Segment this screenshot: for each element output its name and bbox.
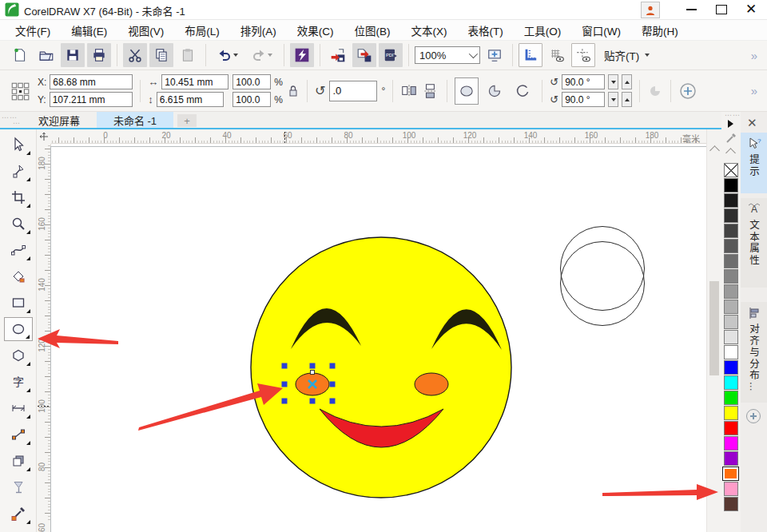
- save-button[interactable]: [61, 43, 85, 67]
- import-button[interactable]: [326, 43, 350, 67]
- x-position-input[interactable]: [50, 74, 133, 89]
- account-button[interactable]: [641, 2, 660, 18]
- color-swatch-10-black[interactable]: [724, 315, 738, 329]
- transparency-tool[interactable]: [4, 475, 33, 499]
- flyout-indicator[interactable]: [26, 151, 30, 155]
- add-docker-button[interactable]: [746, 409, 761, 423]
- zoom-tool[interactable]: [4, 212, 33, 236]
- show-guidelines-button[interactable]: [571, 43, 595, 67]
- flyout-indicator[interactable]: [26, 230, 30, 234]
- document-tab[interactable]: 欢迎屏幕: [22, 112, 96, 128]
- add-preset-icon[interactable]: [678, 81, 697, 101]
- menu-item[interactable]: 窗口(W): [571, 20, 631, 41]
- color-swatch-50-black[interactable]: [724, 254, 738, 268]
- minimize-button[interactable]: [679, 0, 703, 18]
- shape-tool[interactable]: [4, 159, 33, 183]
- drawing-canvas[interactable]: [51, 144, 706, 532]
- mirror-horizontal-icon[interactable]: [400, 82, 418, 100]
- menu-item[interactable]: 排列(A): [230, 20, 287, 41]
- drop-shadow-tool[interactable]: [4, 449, 33, 473]
- menu-item[interactable]: 效果(C): [287, 20, 344, 41]
- color-swatch-white[interactable]: [724, 345, 738, 359]
- application-launcher-button[interactable]: [290, 43, 314, 67]
- ellipse-tool[interactable]: [4, 317, 33, 341]
- toolbar-overflow-button[interactable]: »: [751, 49, 756, 62]
- color-swatch-90-black[interactable]: [724, 193, 738, 208]
- color-swatch-20-black[interactable]: [724, 300, 738, 314]
- color-swatch-60-black[interactable]: [724, 239, 738, 253]
- docker-tab-hint-cursor[interactable]: ?提示: [741, 133, 767, 193]
- copy-button[interactable]: [149, 43, 173, 67]
- menu-item[interactable]: 编辑(E): [61, 20, 117, 41]
- flyout-indicator[interactable]: [26, 520, 30, 524]
- scale-y-input[interactable]: [232, 92, 271, 107]
- color-swatch-green[interactable]: [724, 391, 738, 405]
- docker-tab-text-properties[interactable]: A文本属性: [741, 198, 767, 288]
- color-swatch-orange[interactable]: [722, 466, 739, 481]
- palette-flyout-icon[interactable]: [728, 120, 733, 128]
- snap-to-button[interactable]: 贴齐(T): [598, 44, 656, 66]
- flyout-indicator[interactable]: [26, 256, 30, 260]
- palette-eyedropper-icon[interactable]: [725, 133, 737, 144]
- open-button[interactable]: [34, 43, 58, 67]
- smart-fill-tool[interactable]: [4, 264, 33, 288]
- full-screen-preview-button[interactable]: [483, 43, 507, 67]
- text-tool[interactable]: 字: [4, 370, 33, 394]
- paste-button[interactable]: [176, 43, 200, 67]
- new-document-button[interactable]: [8, 43, 32, 67]
- connector-tool[interactable]: [4, 423, 33, 447]
- menu-item[interactable]: 帮助(H): [631, 20, 689, 41]
- end-angle-down-button[interactable]: [608, 92, 618, 107]
- color-swatch-magenta[interactable]: [724, 436, 738, 451]
- flyout-indicator[interactable]: [26, 441, 30, 445]
- scroll-up-icon[interactable]: [709, 145, 720, 156]
- menu-item[interactable]: 布局(L): [174, 20, 230, 41]
- dimension-tool[interactable]: [4, 396, 33, 420]
- palette-scroll-up-icon[interactable]: [725, 148, 736, 158]
- new-tab-button[interactable]: +: [177, 114, 197, 127]
- color-swatch-80-black[interactable]: [724, 208, 738, 223]
- maximize-button[interactable]: [709, 0, 733, 18]
- scrollbar-thumb[interactable]: [709, 281, 719, 375]
- redo-button[interactable]: [246, 43, 278, 67]
- canvas-vertical-scrollbar[interactable]: [706, 129, 721, 532]
- publish-pdf-button[interactable]: PDF: [379, 43, 403, 67]
- menu-item[interactable]: 视图(V): [117, 20, 174, 41]
- ellipse-mode-button[interactable]: [455, 77, 479, 105]
- close-button[interactable]: ✕: [738, 0, 764, 18]
- arc-mode-button[interactable]: [511, 77, 535, 105]
- zoom-level-combo[interactable]: 100%: [415, 46, 480, 64]
- mirror-vertical-icon[interactable]: [422, 82, 439, 100]
- start-angle-down-button[interactable]: [608, 74, 618, 89]
- ruler-origin-button[interactable]: [37, 129, 51, 144]
- cut-button[interactable]: [123, 43, 147, 67]
- undo-dropdown-icon[interactable]: [233, 54, 238, 57]
- menu-item[interactable]: 文本(X): [401, 20, 458, 41]
- object-height-input[interactable]: [157, 92, 224, 107]
- color-swatch-yellow[interactable]: [724, 406, 738, 420]
- color-swatch-red[interactable]: [724, 421, 738, 435]
- horizontal-ruler[interactable]: 020406080100120140160180毫米: [51, 129, 708, 144]
- redo-dropdown-icon[interactable]: [268, 54, 272, 57]
- color-swatch-5-black[interactable]: [724, 330, 738, 344]
- menu-item[interactable]: 位图(B): [344, 20, 401, 41]
- crop-tool[interactable]: [4, 185, 33, 209]
- menu-item[interactable]: 文件(F): [5, 20, 61, 41]
- menu-item[interactable]: 表格(T): [458, 20, 514, 41]
- show-grid-button[interactable]: [545, 43, 569, 67]
- lock-ratio-icon[interactable]: [287, 84, 300, 98]
- color-swatch-no-color[interactable]: [724, 163, 738, 177]
- end-angle-input[interactable]: [562, 92, 605, 107]
- flyout-indicator[interactable]: [26, 467, 30, 471]
- flyout-indicator[interactable]: [26, 309, 30, 313]
- rotation-angle-input[interactable]: [329, 81, 377, 101]
- color-swatch-purple[interactable]: [724, 451, 738, 466]
- docker-close-icon[interactable]: ✕: [747, 116, 757, 130]
- color-swatch-cyan[interactable]: [724, 375, 738, 390]
- show-rulers-button[interactable]: [519, 43, 542, 67]
- color-swatch-70-black[interactable]: [724, 224, 738, 238]
- color-swatch-pink[interactable]: [724, 482, 738, 496]
- color-swatch-blue[interactable]: [724, 360, 738, 375]
- scale-x-input[interactable]: [232, 74, 271, 89]
- color-swatch-30-black[interactable]: [724, 284, 738, 299]
